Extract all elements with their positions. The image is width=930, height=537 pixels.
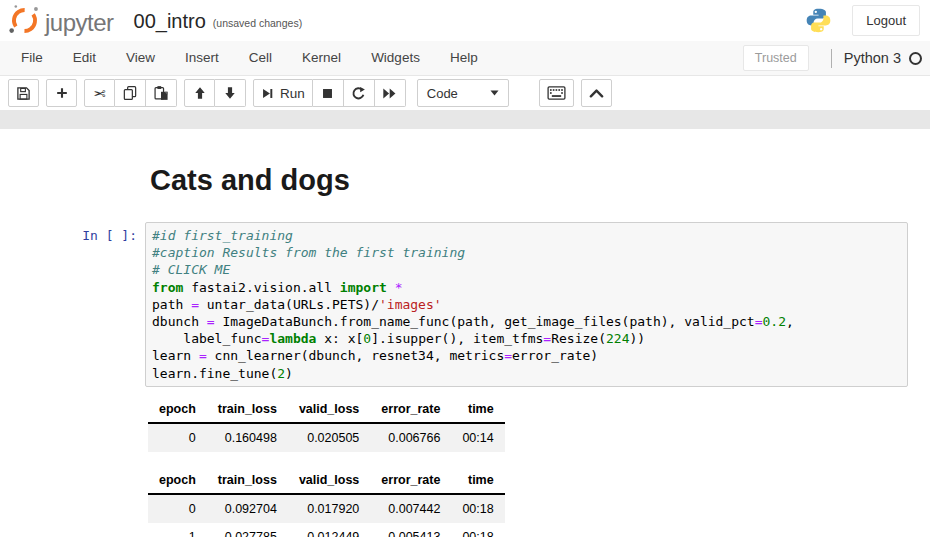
jupyter-logo-icon (8, 4, 41, 37)
table-cell: 0.027785 (207, 523, 288, 537)
table-cell: 0.012449 (288, 523, 370, 537)
header: jupyter 00_intro (unsaved changes) Logou… (0, 0, 930, 41)
move-up-icon (193, 86, 207, 100)
table-cell: 0.020505 (288, 423, 370, 452)
keyboard-icon (547, 86, 566, 100)
cell-type-value: Code (427, 86, 458, 101)
table-row: 00.1604980.0205050.00676600:14 (148, 423, 505, 452)
add-cell-icon (55, 86, 69, 100)
table-row: 10.0277850.0124490.00541300:18 (148, 523, 505, 537)
page-divider-band (0, 110, 930, 129)
code-cell[interactable]: In [ ]: #id first_training #caption Resu… (0, 222, 930, 387)
copy-button[interactable] (115, 79, 146, 107)
toolbar: ✂ Run (0, 76, 930, 110)
stop-button[interactable] (313, 79, 344, 107)
table-cell: 0.160498 (207, 423, 288, 452)
toggle-toolbar-button[interactable] (581, 79, 612, 107)
menu-cell[interactable]: Cell (234, 41, 287, 75)
caret-down-icon (490, 90, 499, 96)
column-header: train_loss (207, 467, 288, 494)
training-results-table-2: epochtrain_lossvalid_losserror_ratetime0… (148, 467, 505, 537)
menu-view[interactable]: View (111, 41, 170, 75)
table-row: 00.0927040.0179200.00744200:18 (148, 494, 505, 523)
input-prompt: In [ ]: (0, 222, 145, 387)
column-header: time (451, 467, 504, 494)
kernel-name: Python 3 (844, 50, 901, 66)
restart-icon (351, 86, 366, 101)
run-icon (261, 87, 274, 100)
paste-icon (153, 85, 169, 101)
output-prompt (0, 396, 145, 537)
table-cell: 0.006766 (370, 423, 451, 452)
restart-run-all-button[interactable] (375, 79, 406, 107)
column-header: valid_loss (288, 396, 370, 423)
restart-run-all-icon (382, 87, 397, 100)
column-header: train_loss (207, 396, 288, 423)
command-palette-button[interactable] (539, 79, 574, 107)
column-header: epoch (148, 467, 207, 494)
table-header-row: epochtrain_lossvalid_losserror_ratetime (148, 396, 505, 423)
table-cell: 0.005413 (370, 523, 451, 537)
menu-widgets[interactable]: Widgets (356, 41, 435, 75)
training-results-table-1: epochtrain_lossvalid_losserror_ratetime0… (148, 396, 505, 452)
save-icon (16, 86, 31, 101)
add-cell-button[interactable] (46, 79, 77, 107)
column-header: error_rate (370, 467, 451, 494)
chevron-up-icon (589, 88, 604, 98)
logout-button[interactable]: Logout (852, 5, 920, 36)
table-cell: 00:18 (451, 494, 504, 523)
move-cell-down-button[interactable] (215, 79, 246, 107)
jupyter-logo-text: jupyter (45, 11, 114, 37)
jupyter-logo[interactable]: jupyter (8, 4, 114, 37)
output-area: epochtrain_lossvalid_losserror_ratetime0… (0, 396, 930, 537)
column-header: valid_loss (288, 467, 370, 494)
menu-edit[interactable]: Edit (58, 41, 111, 75)
run-button-label: Run (280, 86, 305, 101)
notebook-area: Cats and dogs In [ ]: #id first_training… (0, 129, 930, 537)
column-header: time (451, 396, 504, 423)
menu-help[interactable]: Help (435, 41, 493, 75)
cut-button[interactable]: ✂ (84, 79, 115, 107)
restart-kernel-button[interactable] (344, 79, 375, 107)
move-cell-up-button[interactable] (184, 79, 215, 107)
table-cell: 0 (148, 494, 207, 523)
copy-icon (122, 85, 138, 101)
trusted-badge: Trusted (743, 45, 809, 71)
autosave-status: (unsaved changes) (213, 13, 302, 29)
table-cell: 0.007442 (370, 494, 451, 523)
markdown-heading: Cats and dogs (150, 166, 930, 195)
table-cell: 00:18 (451, 523, 504, 537)
table-header-row: epochtrain_lossvalid_losserror_ratetime (148, 467, 505, 494)
column-header: error_rate (370, 396, 451, 423)
table-cell: 0.092704 (207, 494, 288, 523)
save-button[interactable] (8, 79, 39, 107)
table-cell: 00:14 (451, 423, 504, 452)
column-header: epoch (148, 396, 207, 423)
menu-file[interactable]: File (6, 41, 58, 75)
menubar: FileEditViewInsertCellKernelWidgetsHelp … (0, 41, 930, 76)
python-logo-icon (805, 7, 832, 34)
table-cell: 0 (148, 423, 207, 452)
cell-type-select[interactable]: Code (417, 79, 509, 107)
menu-items: FileEditViewInsertCellKernelWidgetsHelp (6, 41, 493, 75)
table-cell: 0.017920 (288, 494, 370, 523)
menu-insert[interactable]: Insert (170, 41, 234, 75)
cut-icon: ✂ (93, 86, 106, 101)
table-cell: 1 (148, 523, 207, 537)
paste-button[interactable] (146, 79, 177, 107)
stop-icon (321, 87, 334, 100)
run-button[interactable]: Run (253, 79, 313, 107)
code-input-area[interactable]: #id first_training #caption Results from… (145, 222, 908, 387)
divider (831, 49, 832, 68)
code-text: #id first_training #caption Results from… (152, 227, 901, 382)
menu-kernel[interactable]: Kernel (287, 41, 356, 75)
markdown-cell[interactable]: Cats and dogs (0, 166, 930, 195)
move-down-icon (223, 86, 237, 100)
notebook-title[interactable]: 00_intro (134, 11, 206, 31)
kernel-idle-icon (909, 52, 922, 65)
